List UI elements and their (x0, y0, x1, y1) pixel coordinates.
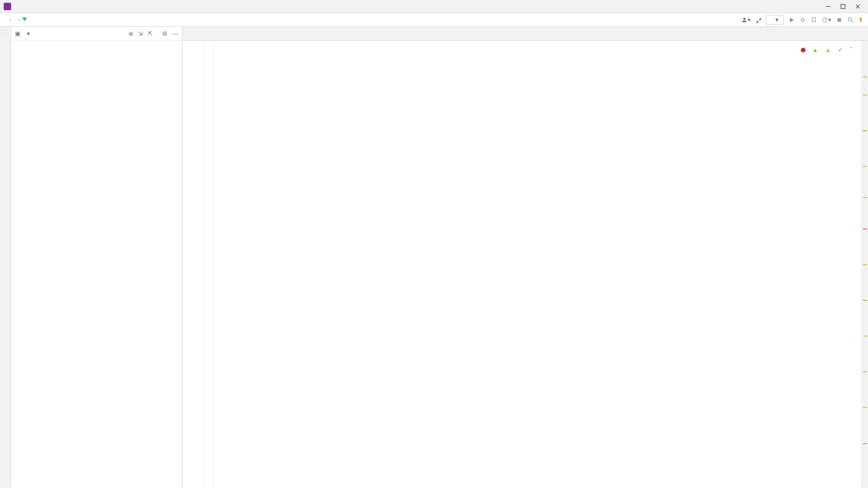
chevron-up-icon[interactable]: ˆ (850, 45, 852, 56)
sidebar-title[interactable] (24, 30, 30, 37)
maximize-button[interactable] (837, 1, 849, 12)
hide-icon[interactable]: — (172, 30, 178, 37)
svg-point-5 (743, 18, 746, 20)
svg-point-14 (848, 18, 851, 21)
svg-rect-1 (841, 4, 845, 8)
chevron-right-icon: › (9, 16, 11, 23)
chevron-right-icon: › (18, 16, 19, 23)
warning-count: ▲ (812, 45, 820, 56)
editor-tabs (182, 27, 868, 41)
user-icon[interactable]: ▾ (741, 16, 751, 23)
error-count (801, 45, 807, 56)
run-config-combo[interactable] (766, 15, 784, 25)
svg-point-7 (801, 19, 804, 21)
project-sidebar: ▣ ⊕ ⇲ ⇱ ⚙ — (11, 27, 182, 488)
svg-marker-6 (790, 18, 794, 22)
menu-bar (0, 0, 868, 13)
svg-marker-4 (22, 18, 27, 22)
build-hammer-icon[interactable] (755, 17, 762, 23)
line-gutter[interactable] (182, 41, 205, 488)
minimize-button[interactable] (822, 1, 835, 12)
main-area: ▣ ⊕ ⇲ ⇱ ⚙ — ▲ ▲ ✓ ˆ (0, 27, 868, 488)
status-bar (0, 488, 868, 496)
editor-area: ▲ ▲ ✓ ˆ (182, 27, 868, 488)
search-icon[interactable] (847, 17, 854, 23)
typo-count: ✓ (838, 45, 844, 56)
profile-icon[interactable]: ▾ (822, 16, 831, 23)
code-editor[interactable]: ▲ ▲ ✓ ˆ (214, 41, 862, 488)
code-area: ▲ ▲ ✓ ˆ (182, 41, 868, 488)
run-icon[interactable] (788, 17, 795, 23)
project-tree[interactable] (11, 41, 182, 488)
debug-icon[interactable] (799, 17, 806, 23)
toolbar: › › ▾ ▾ ⬆ (0, 13, 868, 27)
fold-gutter[interactable] (205, 41, 214, 488)
sidebar-header: ▣ ⊕ ⇲ ⇱ ⚙ — (11, 27, 182, 41)
collapse-all-icon[interactable]: ⇱ (148, 30, 153, 37)
coverage-icon[interactable] (811, 17, 817, 23)
inspection-overlay[interactable]: ▲ ▲ ✓ ˆ (799, 44, 854, 57)
svg-line-15 (851, 20, 853, 22)
project-tool-tab[interactable] (4, 30, 7, 34)
close-button[interactable] (851, 1, 864, 12)
svg-rect-13 (838, 18, 841, 21)
update-icon[interactable]: ⬆ (858, 16, 863, 23)
settings-gear-icon[interactable]: ⚙ (162, 30, 168, 37)
locate-icon[interactable]: ⊕ (128, 30, 133, 37)
breadcrumb-file[interactable] (22, 16, 29, 23)
stop-icon[interactable] (836, 17, 843, 23)
weak-warning-count: ▲ (825, 45, 832, 56)
left-tool-stripe (0, 27, 11, 488)
svg-line-12 (825, 19, 826, 19)
error-stripe[interactable] (862, 41, 868, 488)
app-logo-icon (4, 3, 11, 10)
project-icon: ▣ (15, 30, 20, 37)
expand-all-icon[interactable]: ⇲ (138, 30, 143, 37)
